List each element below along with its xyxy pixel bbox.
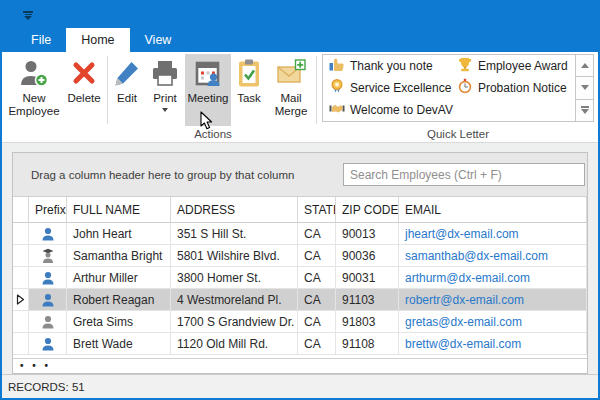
app-window: File Home View New Employee xyxy=(0,0,600,400)
column-header-address[interactable]: ADDRESS xyxy=(171,197,298,223)
person-blue-icon xyxy=(40,270,56,286)
quick-letter-item-label: Thank you note xyxy=(350,59,433,73)
email-link[interactable]: robertr@dx-email.com xyxy=(399,289,587,311)
zip-cell: 91803 xyxy=(336,311,399,333)
full-name-cell: John Heart xyxy=(67,223,171,245)
button-label: Edit xyxy=(117,92,137,105)
prefix-cell xyxy=(29,267,67,289)
gallery-dropdown-button[interactable] xyxy=(576,100,593,121)
row-indicator-cell xyxy=(13,245,29,267)
gallery-scroll-up-button[interactable] xyxy=(576,55,593,77)
column-header-full-name[interactable]: FULL NAME xyxy=(67,197,171,223)
grid-footer[interactable]: • • • xyxy=(13,358,587,373)
column-header-zip[interactable]: ZIP CODE xyxy=(336,197,399,223)
mail-merge-button[interactable]: Mail Merge xyxy=(267,54,315,126)
medal-icon xyxy=(329,78,345,98)
quick-letter-item-label: Probation Notice xyxy=(478,81,567,95)
tab-file[interactable]: File xyxy=(16,28,66,52)
address-cell: 5801 Wilshire Blvd. xyxy=(171,245,298,267)
quick-letter-item-service-excellence[interactable]: Service Excellence xyxy=(325,77,453,99)
full-name-cell: Arthur Miller xyxy=(67,267,171,289)
full-name-cell: Robert Reagan xyxy=(67,289,171,311)
person-blue-icon xyxy=(40,292,56,308)
quick-letter-item-label: Welcome to DevAV xyxy=(350,103,453,117)
quick-letter-item-employee-award[interactable]: Employee Award xyxy=(453,55,575,77)
new-employee-icon xyxy=(18,57,50,89)
quick-letter-item-label: Employee Award xyxy=(478,59,568,73)
main-area: Drag a column header here to group by th… xyxy=(2,143,598,374)
full-name-cell: Samantha Bright xyxy=(67,245,171,267)
email-link[interactable]: gretas@dx-email.com xyxy=(399,311,587,333)
actions-group-label: Actions xyxy=(108,128,318,140)
ribbon-options-icon[interactable] xyxy=(22,11,34,20)
quick-letter-item-probation-notice[interactable]: Probation Notice xyxy=(453,77,575,99)
delete-icon xyxy=(68,57,100,89)
table-row[interactable]: Arthur Miller 3800 Homer St. CA 90031 ar… xyxy=(13,267,587,289)
state-cell: CA xyxy=(298,289,336,311)
prefix-cell xyxy=(29,245,67,267)
task-icon xyxy=(233,57,265,89)
quick-letter-item-welcome-to-devav[interactable]: Welcome to DevAV xyxy=(325,99,453,121)
email-link[interactable]: samanthab@dx-email.com xyxy=(399,245,587,267)
button-label: Meeting xyxy=(188,92,229,105)
table-row[interactable]: Samantha Bright 5801 Wilshire Blvd. CA 9… xyxy=(13,245,587,267)
search-input[interactable] xyxy=(343,163,585,186)
state-cell: CA xyxy=(298,333,336,355)
group-by-panel[interactable]: Drag a column header here to group by th… xyxy=(13,153,587,197)
grid-header-row: Prefix FULL NAME ADDRESS STATE ZIP CODE … xyxy=(13,197,587,223)
email-link[interactable]: jheart@dx-email.com xyxy=(399,223,587,245)
tab-home[interactable]: Home xyxy=(66,28,129,52)
gallery-scrollbar xyxy=(575,55,593,121)
new-employee-button[interactable]: New Employee xyxy=(6,54,62,126)
quick-letter-gallery: Thank you note Employee Award xyxy=(322,54,594,122)
column-header-prefix[interactable]: Prefix xyxy=(29,197,67,223)
titlebar xyxy=(2,2,598,28)
quick-letter-item-label: Service Excellence xyxy=(350,81,451,95)
table-row[interactable]: John Heart 351 S Hill St. CA 90013 jhear… xyxy=(13,223,587,245)
ribbon-tab-row: File Home View xyxy=(2,28,598,52)
column-header-email[interactable]: EMAIL xyxy=(399,197,587,223)
down-arrow-icon xyxy=(581,85,589,90)
email-link[interactable]: brettw@dx-email.com xyxy=(399,333,587,355)
print-button[interactable]: Print xyxy=(145,54,185,126)
zip-cell: 91103 xyxy=(336,289,399,311)
edit-icon xyxy=(111,57,143,89)
zip-cell: 91108 xyxy=(336,333,399,355)
quick-letter-group-label: Quick Letter xyxy=(322,128,594,140)
employee-grid: Drag a column header here to group by th… xyxy=(12,152,588,374)
trophy-icon xyxy=(457,56,473,76)
button-label: Mail Merge xyxy=(267,92,315,118)
state-cell: CA xyxy=(298,311,336,333)
row-indicator-cell xyxy=(13,223,29,245)
ribbon: New Employee Delete Edit xyxy=(2,52,598,143)
task-button[interactable]: Task xyxy=(231,54,267,126)
prefix-cell xyxy=(29,333,67,355)
address-cell: 351 S Hill St. xyxy=(171,223,298,245)
gallery-scroll-down-button[interactable] xyxy=(576,77,593,99)
email-link[interactable]: arthurm@dx-email.com xyxy=(399,267,587,289)
row-indicator-cell xyxy=(13,267,29,289)
print-dropdown-arrow-icon[interactable] xyxy=(162,108,168,112)
column-header-state[interactable]: STATE xyxy=(298,197,336,223)
bar xyxy=(25,14,32,16)
dropdown-bar xyxy=(581,106,589,108)
edit-button[interactable]: Edit xyxy=(109,54,145,126)
tab-view[interactable]: View xyxy=(130,28,187,52)
grid-body: Prefix FULL NAME ADDRESS STATE ZIP CODE … xyxy=(13,197,587,373)
prefix-cell xyxy=(29,289,67,311)
ribbon-separator xyxy=(316,56,317,124)
full-name-cell: Brett Wade xyxy=(67,333,171,355)
table-row-selected[interactable]: Robert Reagan 4 Westmoreland Pl. CA 9110… xyxy=(13,289,587,311)
bar xyxy=(23,11,33,13)
ribbon-button-row: New Employee Delete Edit xyxy=(6,54,318,126)
button-label: Print xyxy=(153,92,177,105)
zip-cell: 90036 xyxy=(336,245,399,267)
row-indicator-cell xyxy=(13,289,29,311)
meeting-button[interactable]: Meeting xyxy=(185,54,231,126)
quick-letter-item-thank-you-note[interactable]: Thank you note xyxy=(325,55,453,77)
table-row[interactable]: Brett Wade 1120 Old Mill Rd. CA 91108 br… xyxy=(13,333,587,355)
state-cell: CA xyxy=(298,267,336,289)
table-row[interactable]: Greta Sims 1700 S Grandview Dr. CA 91803… xyxy=(13,311,587,333)
delete-button[interactable]: Delete xyxy=(62,54,106,126)
address-cell: 1700 S Grandview Dr. xyxy=(171,311,298,333)
